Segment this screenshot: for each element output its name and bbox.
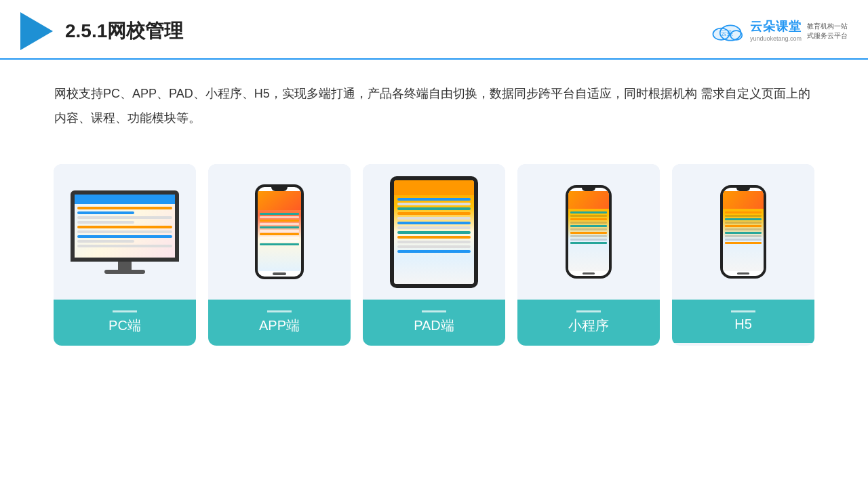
header: 2.5.1网校管理 云朵 云朵课堂 yunduoketang.com 教育机构一… <box>0 0 868 60</box>
app-image-area <box>208 164 351 300</box>
brand-name: 云朵课堂 <box>750 19 802 35</box>
pc-label: PC端 <box>54 300 196 346</box>
logo-triangle-icon <box>20 12 53 50</box>
pad-label: PAD端 <box>363 300 505 346</box>
h5-label: H5 <box>672 300 814 343</box>
pad-tablet-icon <box>390 176 478 288</box>
page-title: 2.5.1网校管理 <box>65 18 183 44</box>
app-phone-icon <box>255 184 304 279</box>
header-right: 云朵 云朵课堂 yunduoketang.com 教育机构一站式服务云平台 <box>709 19 848 43</box>
header-left: 2.5.1网校管理 <box>20 12 183 50</box>
pc-monitor-icon <box>71 190 179 274</box>
miniprogram-image-area <box>517 164 660 300</box>
svg-text:云朵: 云朵 <box>721 30 733 37</box>
cards-container: PC端 <box>0 144 868 366</box>
brand-logo: 云朵 云朵课堂 yunduoketang.com 教育机构一站式服务云平台 <box>709 19 848 43</box>
brand-url: yunduoketang.com <box>750 35 802 43</box>
cloud-icon: 云朵 <box>709 19 745 43</box>
h5-phone-icon <box>720 185 766 279</box>
card-pad: PAD端 <box>363 164 505 346</box>
h5-image-area <box>672 164 814 300</box>
brand-slogan: 教育机构一站式服务云平台 <box>807 22 848 41</box>
card-miniprogram: 小程序 <box>517 164 660 346</box>
miniprogram-label: 小程序 <box>517 300 660 346</box>
brand-text: 云朵课堂 yunduoketang.com <box>750 19 802 43</box>
miniprogram-phone-icon <box>566 185 612 279</box>
card-h5: H5 <box>672 164 814 346</box>
card-app: APP端 <box>208 164 351 346</box>
description-text: 网校支持PC、APP、PAD、小程序、H5，实现多端打通，产品各终端自由切换，数… <box>0 60 868 144</box>
app-label: APP端 <box>208 300 351 346</box>
pc-image-area <box>54 164 196 300</box>
pad-image-area <box>363 164 505 300</box>
card-pc: PC端 <box>54 164 196 346</box>
